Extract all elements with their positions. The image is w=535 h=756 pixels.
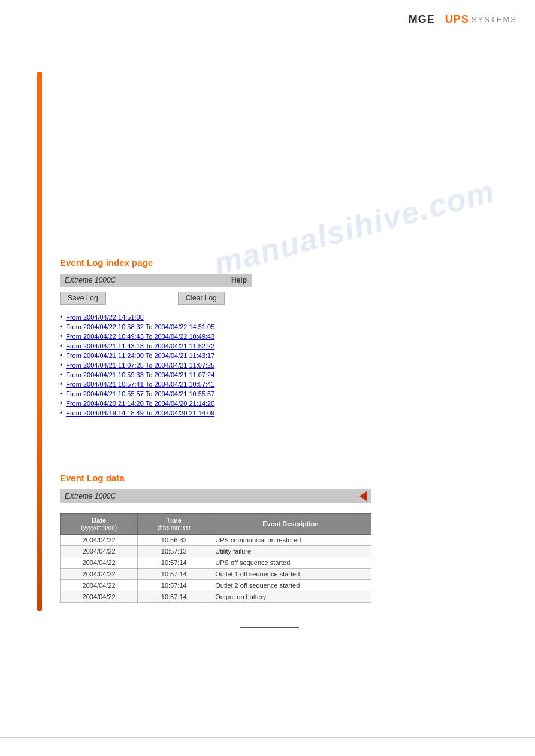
table-cell-time: 10:57:14 xyxy=(138,591,210,603)
log-link[interactable]: From 2004/04/21 10:55:57 To 2004/04/21 1… xyxy=(66,390,214,397)
col-time-header: Time(hhs:mm:ss) xyxy=(138,514,210,535)
device-name-index: EXtreme 1000C xyxy=(65,276,116,284)
list-item: From 2004/04/22 10:49:43 To 2004/04/22 1… xyxy=(60,332,479,341)
table-cell-description: Utility failure xyxy=(210,546,371,557)
list-item: From 2004/04/22 10:58:32 To 2004/04/22 1… xyxy=(60,323,479,331)
logo-ups: UPS xyxy=(445,13,469,26)
col-description-header: Event Description xyxy=(210,514,371,535)
bottom-link-text[interactable]: ________________ xyxy=(240,621,299,628)
list-item: From 2004/04/21 11:24:00 To 2004/04/21 1… xyxy=(60,351,479,360)
log-link[interactable]: From 2004/04/19 14:18:49 To 2004/04/20 2… xyxy=(66,409,214,417)
table-cell-time: 10:57:14 xyxy=(138,569,210,580)
event-log-data-title: Event Log data xyxy=(60,473,479,483)
red-triangle-icon xyxy=(359,491,367,501)
bottom-separator xyxy=(0,737,535,738)
col-date-header: Date(yyyy/mm/dd) xyxy=(61,514,138,535)
log-link[interactable]: From 2004/04/22 10:49:43 To 2004/04/22 1… xyxy=(66,333,214,340)
table-row: 2004/04/2210:57:14Outlet 2 off sequence … xyxy=(61,580,371,591)
table-cell-date: 2004/04/22 xyxy=(61,591,138,603)
table-cell-description: UPS communication restored xyxy=(210,535,371,546)
list-item: From 2004/04/20 21:14:20 To 2004/04/20 2… xyxy=(60,399,479,408)
list-item: From 2004/04/21 10:55:57 To 2004/04/21 1… xyxy=(60,390,479,398)
left-accent-bar xyxy=(37,72,42,611)
table-cell-description: Outlet 1 off sequence started xyxy=(210,569,371,580)
bottom-link: ________________ xyxy=(60,621,479,628)
log-link[interactable]: From 2004/04/21 10:59:33 To 2004/04/21 1… xyxy=(66,371,214,378)
event-log-index-title: Event Log index page xyxy=(60,257,479,268)
table-cell-description: UPS off sequence started xyxy=(210,557,371,569)
list-item: From 2004/04/19 14:18:49 To 2004/04/20 2… xyxy=(60,409,479,417)
table-row: 2004/04/2210:56:32UPS communication rest… xyxy=(61,535,371,546)
table-cell-time: 10:56:32 xyxy=(138,535,210,546)
table-cell-date: 2004/04/22 xyxy=(61,557,138,569)
log-link[interactable]: From 2004/04/21 10:57:41 To 2004/04/21 1… xyxy=(66,381,214,388)
table-cell-date: 2004/04/22 xyxy=(61,580,138,591)
table-cell-time: 10:57:13 xyxy=(138,546,210,557)
list-item: From 2004/04/22 14:51:08 xyxy=(60,313,479,321)
event-log-index-section: Event Log index page EXtreme 1000C Help … xyxy=(60,257,479,429)
table-row: 2004/04/2210:57:14UPS off sequence start… xyxy=(61,557,371,569)
event-log-data-section: Event Log data EXtreme 1000C Date(yyyy/m… xyxy=(60,473,479,628)
device-bar-data: EXtreme 1000C xyxy=(60,489,371,503)
header: MGE UPS SYSTEMS xyxy=(409,12,517,26)
log-link[interactable]: From 2004/04/21 11:24:00 To 2004/04/21 1… xyxy=(66,352,214,359)
list-item: From 2004/04/21 10:57:41 To 2004/04/21 1… xyxy=(60,380,479,388)
device-bar-index: EXtreme 1000C Help xyxy=(60,274,252,287)
button-group: Save Log Clear Log xyxy=(60,292,252,305)
log-link[interactable]: From 2004/04/20 21:14:20 To 2004/04/20 2… xyxy=(66,400,214,407)
help-link[interactable]: Help xyxy=(231,276,247,284)
table-cell-date: 2004/04/22 xyxy=(61,569,138,580)
logo-mge: MGE xyxy=(409,13,435,26)
table-cell-description: Output on battery xyxy=(210,591,371,603)
log-link[interactable]: From 2004/04/21 11:43:18 To 2004/04/21 1… xyxy=(66,342,214,350)
log-links-list: From 2004/04/22 14:51:08From 2004/04/22 … xyxy=(60,313,479,417)
device-name-data: EXtreme 1000C xyxy=(65,492,116,500)
table-row: 2004/04/2210:57:13Utility failure xyxy=(61,546,371,557)
clear-log-button[interactable]: Clear Log xyxy=(178,292,225,305)
log-link[interactable]: From 2004/04/22 14:51:08 xyxy=(66,314,144,321)
table-cell-time: 10:57:14 xyxy=(138,557,210,569)
event-table: Date(yyyy/mm/dd) Time(hhs:mm:ss) Event D… xyxy=(60,513,371,603)
table-cell-date: 2004/04/22 xyxy=(61,535,138,546)
list-item: From 2004/04/21 11:07:25 To 2004/04/21 1… xyxy=(60,361,479,369)
log-link[interactable]: From 2004/04/21 11:07:25 To 2004/04/21 1… xyxy=(66,362,214,369)
list-item: From 2004/04/21 10:59:33 To 2004/04/21 1… xyxy=(60,371,479,379)
table-cell-date: 2004/04/22 xyxy=(61,546,138,557)
table-row: 2004/04/2210:57:14Outlet 1 off sequence … xyxy=(61,569,371,580)
list-item: From 2004/04/21 11:43:18 To 2004/04/21 1… xyxy=(60,342,479,350)
table-cell-description: Outlet 2 off sequence started xyxy=(210,580,371,591)
logo-divider xyxy=(439,12,439,26)
table-row: 2004/04/2210:57:14Output on battery xyxy=(61,591,371,603)
logo-systems: SYSTEMS xyxy=(471,15,517,24)
save-log-button[interactable]: Save Log xyxy=(60,292,106,305)
table-cell-time: 10:57:14 xyxy=(138,580,210,591)
log-link[interactable]: From 2004/04/22 10:58:32 To 2004/04/22 1… xyxy=(66,323,214,330)
